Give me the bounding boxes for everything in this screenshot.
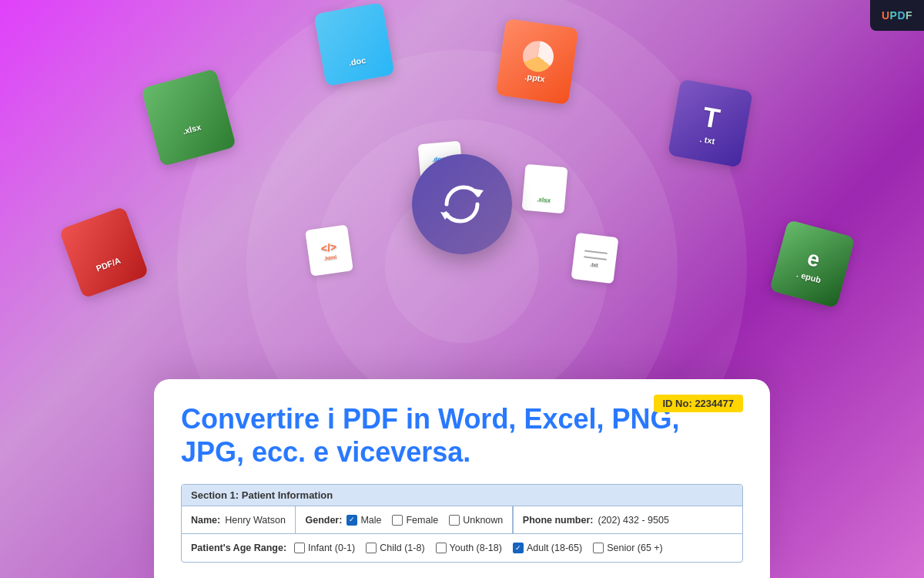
child-checkbox[interactable] xyxy=(366,543,377,553)
phone-value: (202) 432 - 9505 xyxy=(598,515,668,526)
adult-label: Adult (18-65) xyxy=(527,543,582,553)
name-label: Name: xyxy=(191,515,220,526)
xlsx-small-icon: .xlsx xyxy=(521,164,567,214)
female-checkbox[interactable] xyxy=(392,515,403,526)
age-adult[interactable]: Adult (18-65) xyxy=(513,543,582,553)
form-section-header: Section 1: Patient Information xyxy=(182,485,742,506)
infant-checkbox[interactable] xyxy=(294,543,305,553)
senior-checkbox[interactable] xyxy=(593,543,604,553)
age-label: Patient's Age Range: xyxy=(191,543,286,553)
gender-male[interactable]: Male xyxy=(346,515,381,526)
xlsx-file-icon: .xlsx xyxy=(141,69,236,166)
infant-label: Infant (0-1) xyxy=(308,543,355,553)
male-label: Male xyxy=(360,515,381,526)
main-title: Convertire i PDF in Word, Excel, PNG, JP… xyxy=(181,402,720,469)
txt-small-right-icon: .txt xyxy=(571,233,619,284)
txt-label: . txt xyxy=(699,134,715,146)
pptx-file-icon: .pptx xyxy=(496,18,579,105)
form-row-1: Name: Henry Watson Gender: Male Female U… xyxy=(182,506,742,534)
male-checkbox[interactable] xyxy=(346,515,357,526)
pptx-chart xyxy=(521,39,555,73)
form-row-2: Patient's Age Range: Infant (0-1) Child … xyxy=(182,534,742,562)
age-senior[interactable]: Senior (65 +) xyxy=(593,543,663,553)
name-cell: Name: Henry Watson xyxy=(182,510,295,530)
id-badge: ID No: 2234477 xyxy=(654,395,744,412)
patient-form: Section 1: Patient Information Name: Hen… xyxy=(181,484,743,563)
doc-file-icon: .doc xyxy=(313,2,394,86)
logo-text: UPDF xyxy=(882,9,912,22)
updf-logo: UPDF xyxy=(870,0,924,31)
pdfa-file-icon: PDF/A xyxy=(59,206,149,298)
female-label: Female xyxy=(406,515,438,526)
epub-file-icon: e . epub xyxy=(769,220,855,308)
age-child[interactable]: Child (1-8) xyxy=(366,543,424,553)
gender-label: Gender: xyxy=(305,515,342,526)
doc-label: .doc xyxy=(348,55,367,68)
gender-female[interactable]: Female xyxy=(392,515,438,526)
phone-label: Phone number: xyxy=(523,515,594,526)
html-small-left-icon: </> .html xyxy=(305,224,353,276)
unknown-label: Unknown xyxy=(463,515,503,526)
youth-label: Youth (8-18) xyxy=(450,543,502,553)
pptx-label: .pptx xyxy=(524,72,546,84)
gender-cell: Gender: Male Female Unknown xyxy=(296,510,512,530)
senior-label: Senior (65 +) xyxy=(607,543,663,553)
txt-file-icon: T . txt xyxy=(668,79,753,168)
name-value: Henry Watson xyxy=(225,515,286,526)
unknown-checkbox[interactable] xyxy=(449,515,460,526)
youth-checkbox[interactable] xyxy=(436,543,447,553)
child-label: Child (1-8) xyxy=(380,543,424,553)
main-content-card: ID No: 2234477 Convertire i PDF in Word,… xyxy=(154,379,770,578)
age-youth[interactable]: Youth (8-18) xyxy=(436,543,502,553)
age-cell: Patient's Age Range: Infant (0-1) Child … xyxy=(182,538,672,558)
adult-checkbox[interactable] xyxy=(513,543,524,553)
gender-unknown[interactable]: Unknown xyxy=(449,515,503,526)
epub-label: . epub xyxy=(795,269,822,284)
phone-cell: Phone number: (202) 432 - 9505 xyxy=(514,510,678,530)
refresh-icon xyxy=(439,181,485,227)
convert-button[interactable] xyxy=(412,154,512,254)
age-infant[interactable]: Infant (0-1) xyxy=(294,543,355,553)
